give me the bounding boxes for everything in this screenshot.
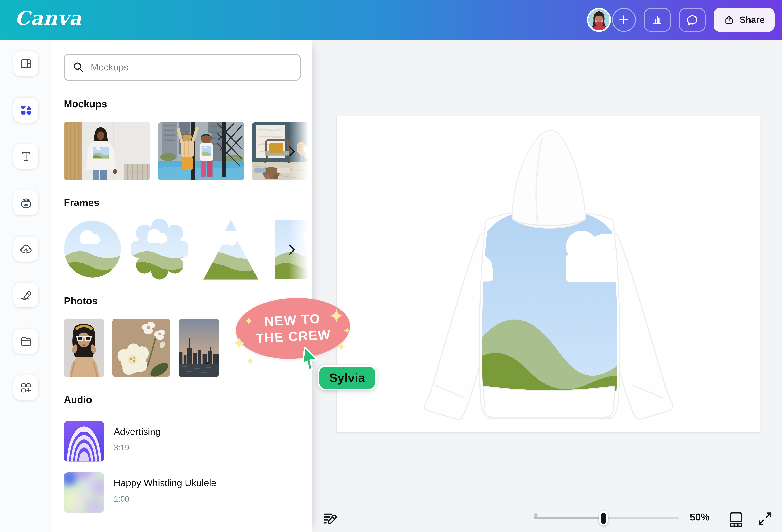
mockup-thumb-image bbox=[252, 122, 312, 180]
comment-bubble-icon bbox=[686, 13, 699, 26]
share-button[interactable]: Share bbox=[714, 8, 774, 32]
section-title-audio: Audio bbox=[64, 394, 92, 405]
sticker-new-to-the-crew[interactable]: NEW TO THE CREW bbox=[231, 294, 361, 369]
chevron-right-icon bbox=[286, 145, 297, 158]
sparkle-icon bbox=[245, 317, 253, 325]
section-title-mockups: Mockups bbox=[64, 98, 107, 110]
design-canvas bbox=[312, 40, 782, 532]
pages-view-button[interactable] bbox=[726, 509, 746, 529]
sparkle-icon bbox=[330, 309, 343, 322]
rail-item-draw[interactable] bbox=[13, 282, 38, 308]
photo-image bbox=[64, 319, 104, 377]
rail-item-uploads[interactable] bbox=[13, 237, 38, 262]
audio-artwork bbox=[64, 421, 104, 461]
rail-item-design[interactable] bbox=[13, 51, 38, 76]
share-upload-icon bbox=[723, 14, 735, 26]
mockup-thumb-kids-playground[interactable] bbox=[158, 122, 244, 180]
sparkle-icon bbox=[336, 342, 346, 351]
canva-editor: Canva bbox=[0, 0, 782, 532]
more-mockups-button[interactable] bbox=[286, 144, 298, 159]
rail-item-projects[interactable] bbox=[13, 329, 38, 354]
pages-view-icon bbox=[727, 510, 745, 527]
collaborator-cursor bbox=[299, 347, 321, 373]
sticker-ellipse: NEW TO THE CREW bbox=[235, 295, 352, 362]
draw-pencil-icon bbox=[20, 289, 33, 302]
tool-rail: co bbox=[0, 40, 52, 532]
audio-duration: 1:00 bbox=[114, 494, 129, 503]
rail-item-text[interactable] bbox=[13, 144, 38, 169]
sticker-text-line1: NEW TO bbox=[264, 311, 321, 329]
mockup-thumb-image bbox=[158, 122, 244, 180]
bar-chart-icon bbox=[651, 13, 664, 26]
rail-item-elements[interactable] bbox=[13, 98, 38, 122]
mockup-thumb-hoodie-woman[interactable] bbox=[64, 122, 150, 180]
section-title-photos: Photos bbox=[64, 295, 98, 307]
mockup-thumb-image bbox=[64, 122, 150, 180]
frame-circle[interactable] bbox=[64, 219, 121, 279]
audio-item-advertising[interactable]: Advertising 3:19 bbox=[64, 421, 273, 461]
topbar: Canva bbox=[0, 0, 782, 40]
photo-thumb-city[interactable] bbox=[179, 319, 219, 377]
avatar[interactable] bbox=[587, 8, 611, 32]
frame-shape bbox=[131, 219, 188, 279]
slider-origin-dot bbox=[534, 513, 538, 517]
projects-folder-icon bbox=[20, 335, 33, 348]
topbar-controls: Share bbox=[587, 8, 775, 32]
sparkle-icon bbox=[233, 337, 245, 349]
search-icon bbox=[72, 61, 85, 74]
frame-mountain[interactable] bbox=[197, 219, 265, 279]
section-title-frames: Frames bbox=[64, 197, 99, 208]
search-box bbox=[64, 54, 301, 81]
audio-item-ukulele[interactable]: Happy Whistling Ukulele 1:00 bbox=[64, 472, 273, 513]
rail-item-apps[interactable] bbox=[13, 375, 38, 400]
expand-arrows-icon bbox=[757, 511, 773, 527]
notes-button[interactable] bbox=[321, 509, 340, 528]
frame-scallop[interactable] bbox=[131, 219, 188, 279]
brand-co-icon: co bbox=[20, 196, 33, 210]
resources-panel: Mockups bbox=[52, 40, 312, 532]
audio-artwork bbox=[64, 472, 104, 513]
photo-thumb-flowers[interactable] bbox=[112, 319, 170, 377]
zoom-level[interactable]: 50% bbox=[690, 511, 710, 523]
share-label: Share bbox=[740, 15, 765, 25]
sparkle-icon bbox=[344, 327, 351, 334]
text-tool-icon bbox=[20, 150, 33, 163]
audio-title: Happy Whistling Ukulele bbox=[114, 478, 216, 488]
insights-button[interactable] bbox=[644, 8, 671, 32]
photo-thumb-portrait[interactable] bbox=[64, 319, 104, 377]
slider-knob[interactable] bbox=[599, 511, 608, 526]
chevron-right-icon bbox=[286, 243, 297, 256]
frame-shape bbox=[197, 219, 265, 279]
apps-grid-plus-icon bbox=[20, 381, 33, 394]
artboard-page[interactable] bbox=[336, 116, 761, 432]
cloud-upload-icon bbox=[20, 243, 33, 256]
hoodie-mockup bbox=[336, 116, 761, 433]
slider-track-filled[interactable] bbox=[534, 517, 604, 519]
sparkle-icon bbox=[246, 357, 254, 366]
mockup-thumb-interior[interactable] bbox=[252, 122, 312, 180]
audio-title: Advertising bbox=[114, 426, 161, 437]
slider-track[interactable] bbox=[604, 517, 679, 519]
svg-text:co: co bbox=[24, 202, 28, 207]
comments-button[interactable] bbox=[679, 8, 706, 32]
audio-duration: 3:19 bbox=[114, 443, 129, 452]
photo-image bbox=[179, 319, 219, 377]
avatar-portrait bbox=[589, 9, 609, 30]
photo-image bbox=[112, 319, 170, 377]
audio-thumb-arches bbox=[64, 421, 104, 461]
more-frames-button[interactable] bbox=[286, 242, 298, 257]
canva-logo[interactable]: Canva bbox=[15, 7, 82, 29]
zoom-slider[interactable] bbox=[534, 512, 679, 524]
frame-shape bbox=[64, 219, 121, 279]
collaborator-name-tag: Sylvia bbox=[318, 365, 377, 390]
rail-item-brand[interactable]: co bbox=[13, 190, 38, 215]
notes-pencil-icon bbox=[323, 511, 339, 527]
elements-shapes-icon bbox=[20, 104, 33, 117]
design-grid-icon bbox=[20, 57, 33, 70]
search-input[interactable] bbox=[91, 62, 293, 73]
mockups-row bbox=[64, 122, 312, 180]
plus-icon bbox=[617, 13, 631, 26]
add-button[interactable] bbox=[612, 8, 636, 32]
fullscreen-button[interactable] bbox=[755, 509, 775, 529]
sticker-text-line2: THE CREW bbox=[255, 327, 331, 346]
